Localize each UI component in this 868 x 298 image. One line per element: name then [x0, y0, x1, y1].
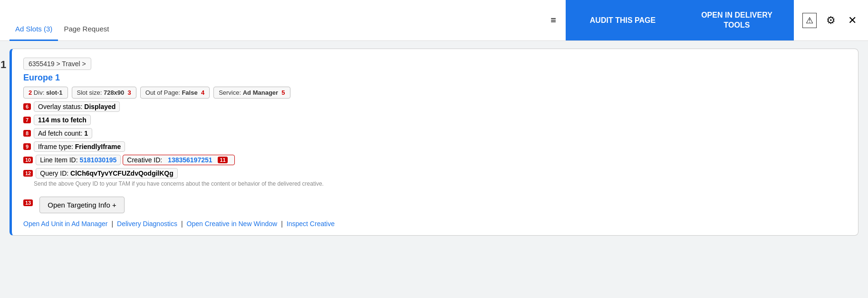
toolbar-action-icons: ⚠ ⚙ ✕: [794, 0, 868, 40]
query-num: 12: [23, 170, 33, 177]
delivery-diagnostics-link[interactable]: Delivery Diagnostics: [117, 220, 177, 228]
feedback-button[interactable]: ⚠: [802, 13, 817, 28]
targeting-row: 13 Open Targeting Info +: [23, 192, 847, 213]
settings-button[interactable]: ⚙: [823, 12, 839, 29]
outofpage-badge: Out of Page: False 4: [140, 87, 210, 99]
ad-slot-card: 1 6355419 > Travel > Europe 1 2 Div: slo…: [10, 49, 858, 236]
close-icon: ✕: [848, 14, 857, 27]
open-delivery-tools-button[interactable]: OPEN IN DELIVERY TOOLS: [680, 0, 794, 40]
fetch-text: 114 ms to fetch: [34, 115, 91, 125]
inspect-creative-link[interactable]: Inspect Creative: [287, 220, 335, 228]
main-content: 1 6355419 > Travel > Europe 1 2 Div: slo…: [0, 41, 868, 243]
tab-adslots[interactable]: Ad Slots (3): [10, 20, 58, 41]
creative-num: 11: [218, 157, 227, 163]
slot-header: 6355419 > Travel >: [23, 58, 847, 70]
open-targeting-info-button[interactable]: Open Targeting Info +: [39, 197, 124, 213]
adcount-text: Ad fetch count: 1: [34, 128, 92, 139]
overlay-text: Overlay status: Displayed: [34, 101, 120, 112]
targeting-num: 13: [23, 199, 33, 206]
slotsize-badge: Slot size: 728x90 3: [72, 87, 136, 99]
tab-pagerequest[interactable]: Page Request: [58, 20, 115, 41]
lineitem-id-link[interactable]: 5181030195: [80, 156, 117, 164]
query-text: Query ID: ClCh6qvTyvYCFUZdvQodgilKQg: [36, 168, 178, 179]
lineitem-text: Line Item ID: 5181030195: [36, 155, 121, 165]
adcount-row: 8 Ad fetch count: 1: [23, 128, 847, 139]
fetch-num: 7: [23, 117, 31, 123]
overlay-num: 6: [23, 103, 31, 110]
open-creative-window-link[interactable]: Open Creative in New Window: [187, 220, 278, 228]
slot-meta-row: 2 Div: slot-1 Slot size: 728x90 3 Out of…: [23, 87, 847, 99]
toolbar-tabs: Ad Slots (3) Page Request: [0, 0, 541, 40]
query-note: Send the above Query ID to your TAM if y…: [34, 180, 847, 187]
lineitem-row: 10 Line Item ID: 5181030195 Creative ID:…: [23, 155, 847, 165]
close-button[interactable]: ✕: [845, 12, 859, 29]
slot-name-number: 1: [55, 73, 60, 82]
menu-icon[interactable]: ≡: [541, 0, 566, 40]
creative-badge: Creative ID: 138356197251 11: [123, 155, 234, 165]
slot-name-row: Europe 1: [23, 73, 847, 83]
service-badge: Service: Ad Manager 5: [213, 87, 290, 99]
query-row: 12 Query ID: ClCh6qvTyvYCFUZdvQodgilKQg: [23, 168, 847, 179]
audit-this-page-button[interactable]: AUDIT THIS PAGE: [566, 0, 680, 40]
slot-number: 1: [0, 59, 6, 71]
links-row: Open Ad Unit in Ad Manager | Delivery Di…: [23, 220, 847, 228]
feedback-icon: ⚠: [806, 15, 813, 26]
slot-path: 6355419 > Travel >: [23, 58, 91, 70]
slot-name: Europe 1: [23, 72, 60, 82]
open-adunit-link[interactable]: Open Ad Unit in Ad Manager: [23, 220, 107, 228]
overlay-row: 6 Overlay status: Displayed: [23, 101, 847, 112]
creative-id-link[interactable]: 138356197251: [168, 156, 212, 164]
toolbar: Ad Slots (3) Page Request ≡ AUDIT THIS P…: [0, 0, 868, 41]
iframe-row: 9 Iframe type: FriendlyIframe: [23, 141, 847, 152]
adcount-num: 8: [23, 130, 31, 137]
lineitem-num: 10: [23, 157, 33, 163]
fetch-row: 7 114 ms to fetch: [23, 115, 847, 125]
iframe-num: 9: [23, 143, 31, 150]
iframe-text: Iframe type: FriendlyIframe: [34, 141, 125, 152]
settings-icon: ⚙: [826, 14, 836, 27]
div-badge: 2 Div: slot-1: [23, 87, 68, 99]
